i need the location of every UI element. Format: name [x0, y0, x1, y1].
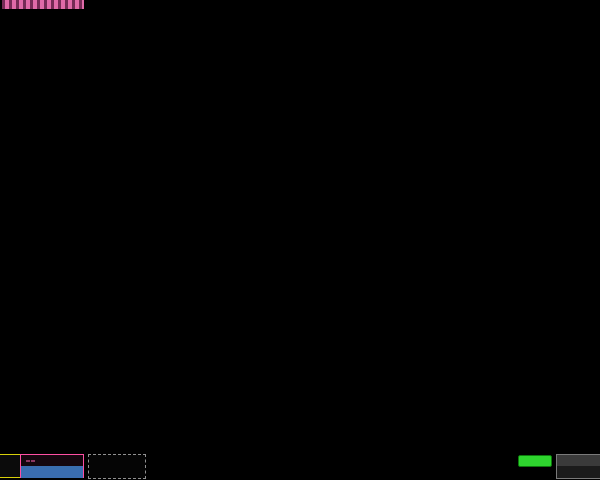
c2-scale-value	[21, 466, 83, 478]
parameter-histicons	[0, 432, 600, 456]
bottom-bar	[0, 454, 600, 480]
c2-tag-esp	[26, 460, 30, 462]
timebase-title	[557, 455, 600, 466]
add-trace-button[interactable]	[88, 454, 146, 479]
channel-c2-descriptor[interactable]	[20, 454, 84, 478]
oscilloscope-screen	[0, 0, 600, 480]
c2-coupling-label	[31, 460, 35, 462]
graticule-grid	[0, 0, 600, 318]
waveform-traces	[0, 0, 600, 340]
timebase-value	[557, 466, 600, 478]
top-left-badge	[2, 0, 84, 9]
hd-mode-button[interactable]	[518, 455, 552, 467]
timebase-descriptor[interactable]	[556, 454, 600, 479]
